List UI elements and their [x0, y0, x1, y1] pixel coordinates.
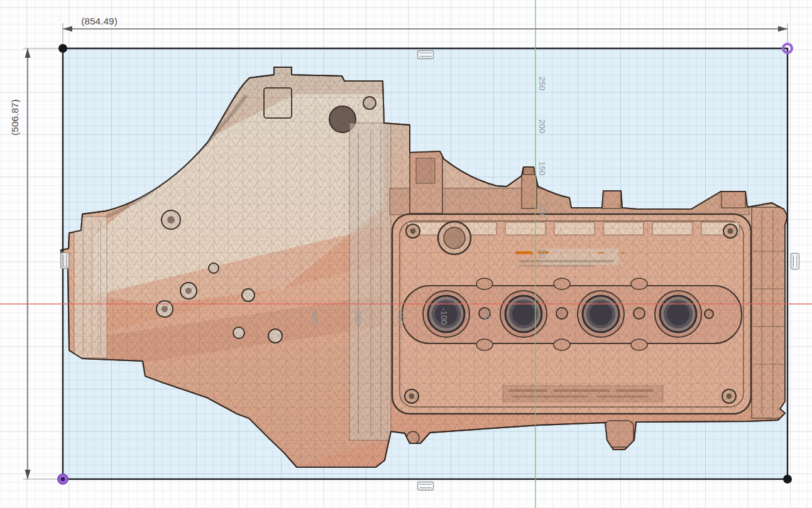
fix-constraint-icon[interactable] [61, 253, 69, 269]
x-grid-label: -250 [310, 308, 319, 325]
width-dimension-value[interactable]: (854.49) [81, 16, 118, 26]
sketch-canvas[interactable]: 250 200 150 100 50 -250 -200 -150 -100 -… [0, 0, 812, 508]
vertex-top-left[interactable] [58, 44, 67, 53]
extension-lines [63, 23, 787, 43]
height-dimension[interactable]: (506.87) [9, 48, 59, 479]
y-grid-label: 250 [537, 77, 547, 91]
fix-constraint-icon[interactable] [418, 51, 434, 59]
arrowhead-right-icon [778, 26, 787, 32]
arrowhead-left-icon [63, 26, 72, 32]
x-grid-label: -150 [396, 308, 405, 325]
width-dimension[interactable]: (854.49) [63, 16, 787, 43]
y-grid-label: 200 [537, 119, 547, 134]
arrowhead-up-icon [25, 48, 31, 58]
height-dimension-value[interactable]: (506.87) [9, 99, 20, 136]
x-grid-label: -50 [482, 308, 491, 320]
x-grid-label: -200 [353, 308, 363, 325]
extension-lines [23, 48, 59, 479]
y-grid-label: 150 [537, 161, 547, 176]
vertex-bottom-left-center [61, 477, 65, 481]
fix-constraint-icon[interactable] [791, 254, 799, 269]
vertex-bottom-right[interactable] [783, 475, 792, 484]
y-grid-label: 100 [537, 204, 547, 219]
y-grid-label: 50 [537, 249, 547, 258]
fix-constraint-icon[interactable] [418, 482, 434, 490]
arrowhead-down-icon [25, 470, 31, 479]
x-grid-label: -100 [439, 308, 449, 325]
